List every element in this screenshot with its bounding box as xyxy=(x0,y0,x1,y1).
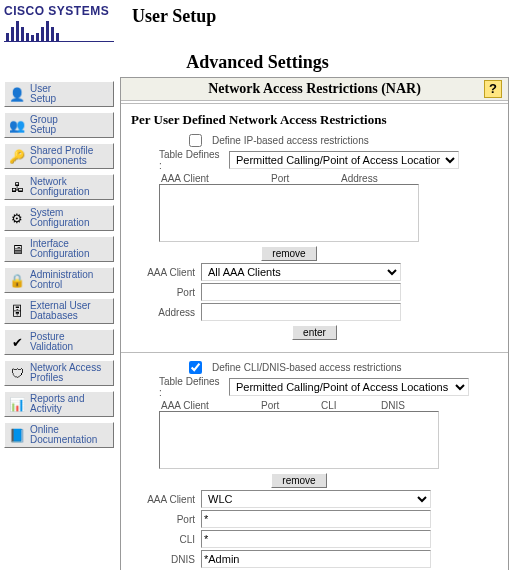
cli-port-label: Port xyxy=(129,514,201,525)
cisco-logo: CISCO SYSTEMS xyxy=(4,4,114,42)
sidebar-item-group-setup[interactable]: 👥GroupSetup xyxy=(4,112,114,138)
sidebar: 👤UserSetup 👥GroupSetup 🔑Shared ProfileCo… xyxy=(0,77,116,453)
sidebar-item-network-config[interactable]: 🖧NetworkConfiguration xyxy=(4,174,114,200)
sidebar-item-label: SystemConfiguration xyxy=(30,208,89,228)
monitor-icon: 🖥 xyxy=(8,240,26,258)
lock-icon: 🔒 xyxy=(8,271,26,289)
sidebar-item-user-setup[interactable]: 👤UserSetup xyxy=(4,81,114,107)
chart-icon: 📊 xyxy=(8,395,26,413)
cli-table-defines-select[interactable]: Permitted Calling/Point of Access Locati… xyxy=(229,378,469,396)
sidebar-item-label: InterfaceConfiguration xyxy=(30,239,89,259)
group-icon: 👥 xyxy=(8,116,26,134)
sidebar-item-label: GroupSetup xyxy=(30,115,58,135)
sidebar-item-admin-control[interactable]: 🔒AdministrationControl xyxy=(4,267,114,293)
sidebar-item-label: External UserDatabases xyxy=(30,301,91,321)
ip-port-label: Port xyxy=(129,287,201,298)
sidebar-item-label: NetworkConfiguration xyxy=(30,177,89,197)
shield-icon: 🛡 xyxy=(8,364,26,382)
cli-table-defines-label: Table Defines : xyxy=(159,376,229,398)
ip-remove-button[interactable]: remove xyxy=(261,246,316,261)
sidebar-item-shared-profile[interactable]: 🔑Shared ProfileComponents xyxy=(4,143,114,169)
sidebar-item-label: Network AccessProfiles xyxy=(30,363,101,383)
sidebar-item-posture[interactable]: ✔PostureValidation xyxy=(4,329,114,355)
ip-define-label: Define IP-based access restrictions xyxy=(212,135,369,146)
check-icon: ✔ xyxy=(8,333,26,351)
ip-table-defines-select[interactable]: Permitted Calling/Point of Access Locati… xyxy=(229,151,459,169)
sidebar-item-label: Reports andActivity xyxy=(30,394,84,414)
sidebar-item-label: Shared ProfileComponents xyxy=(30,146,93,166)
book-icon: 📘 xyxy=(8,426,26,444)
sidebar-item-interface-config[interactable]: 🖥InterfaceConfiguration xyxy=(4,236,114,262)
network-icon: 🖧 xyxy=(8,178,26,196)
sidebar-item-label: PostureValidation xyxy=(30,332,73,352)
ip-address-label: Address xyxy=(129,307,201,318)
panel-title: Network Access Restrictions (NAR) xyxy=(208,81,421,96)
ip-table-defines-label: Table Defines : xyxy=(159,149,229,171)
ip-enter-button[interactable]: enter xyxy=(292,325,337,340)
ip-list-header: AAA Client Port Address xyxy=(159,173,500,184)
sidebar-item-online-docs[interactable]: 📘OnlineDocumentation xyxy=(4,422,114,448)
database-icon: 🗄 xyxy=(8,302,26,320)
cli-dnis-label: DNIS xyxy=(129,554,201,565)
ip-aaaclient-select[interactable]: All AAA Clients xyxy=(201,263,401,281)
page-subtitle: Advanced Settings xyxy=(0,52,515,73)
nar-panel: Network Access Restrictions (NAR) ? Per … xyxy=(120,77,509,570)
cli-aaaclient-select[interactable]: WLC xyxy=(201,490,431,508)
cli-define-checkbox[interactable] xyxy=(189,361,202,374)
nar-heading: Per User Defined Network Access Restrict… xyxy=(131,112,500,128)
ip-port-input[interactable] xyxy=(201,283,401,301)
brand-text: CISCO SYSTEMS xyxy=(4,4,114,18)
ip-listbox[interactable] xyxy=(159,184,419,242)
panel-header: Network Access Restrictions (NAR) ? xyxy=(121,78,508,101)
cli-define-label: Define CLI/DNIS-based access restriction… xyxy=(212,362,402,373)
sidebar-item-reports[interactable]: 📊Reports andActivity xyxy=(4,391,114,417)
cli-cli-input[interactable] xyxy=(201,530,431,548)
cli-remove-button[interactable]: remove xyxy=(271,473,326,488)
cli-listbox[interactable] xyxy=(159,411,439,469)
page-title: User Setup xyxy=(132,6,216,27)
ip-define-checkbox[interactable] xyxy=(189,134,202,147)
sidebar-item-system-config[interactable]: ⚙SystemConfiguration xyxy=(4,205,114,231)
cli-list-header: AAA Client Port CLI DNIS xyxy=(159,400,500,411)
sidebar-item-label: AdministrationControl xyxy=(30,270,93,290)
help-icon[interactable]: ? xyxy=(484,80,502,98)
ip-address-input[interactable] xyxy=(201,303,401,321)
sidebar-item-label: UserSetup xyxy=(30,84,56,104)
gear-icon: ⚙ xyxy=(8,209,26,227)
cli-aaaclient-label: AAA Client xyxy=(129,494,201,505)
cisco-bridge-icon xyxy=(4,20,114,42)
cli-dnis-input[interactable] xyxy=(201,550,431,568)
cli-port-input[interactable] xyxy=(201,510,431,528)
key-icon: 🔑 xyxy=(8,147,26,165)
sidebar-item-label: OnlineDocumentation xyxy=(30,425,97,445)
ip-aaaclient-label: AAA Client xyxy=(129,267,201,278)
sidebar-item-external-db[interactable]: 🗄External UserDatabases xyxy=(4,298,114,324)
cli-cli-label: CLI xyxy=(129,534,201,545)
sidebar-item-na-profiles[interactable]: 🛡Network AccessProfiles xyxy=(4,360,114,386)
user-icon: 👤 xyxy=(8,85,26,103)
